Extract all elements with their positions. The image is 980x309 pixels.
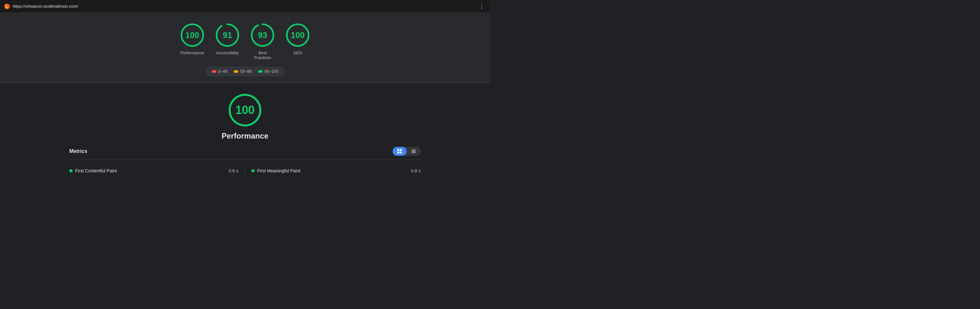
section-title: Performance — [222, 132, 269, 141]
score-circle-accessibility: 91 — [215, 22, 240, 48]
score-circle-best-practices: 93 — [250, 22, 275, 48]
legend-range-red: 0–49 — [218, 69, 228, 74]
score-value-performance: 100 — [185, 30, 199, 40]
metrics-col-left: First Contentful Paint 0.8 s — [69, 165, 245, 176]
score-item-performance: 100 Performance — [180, 22, 205, 55]
score-value-best-practices: 93 — [258, 30, 267, 40]
svg-rect-15 — [400, 152, 402, 154]
metrics-divider — [69, 160, 421, 160]
scores-row: 100 Performance 91 Accessibility — [180, 22, 310, 60]
score-item-accessibility: 91 Accessibility — [215, 22, 240, 55]
metrics-header: Metrics — [69, 147, 421, 156]
svg-rect-18 — [411, 152, 416, 153]
summary-section: 100 Performance 91 Accessibility — [0, 13, 490, 83]
legend-range-orange: 50–89 — [240, 69, 252, 74]
score-value-seo: 100 — [291, 30, 304, 40]
metric-left-fmp: First Meaningful Paint — [251, 168, 300, 173]
metric-item-fcp: First Contentful Paint 0.8 s — [69, 165, 238, 176]
menu-icon[interactable]: ⋮ — [477, 2, 486, 11]
svg-rect-17 — [411, 151, 416, 152]
svg-rect-14 — [398, 152, 399, 154]
metrics-grid: First Contentful Paint 0.8 s First Meani… — [69, 165, 421, 176]
legend-range-green: 90–100 — [264, 69, 278, 74]
legend-item-orange: 50–89 — [234, 69, 252, 74]
big-score-circle: 100 — [228, 93, 262, 128]
list-icon — [411, 149, 416, 154]
browser-icon: L — [4, 3, 10, 10]
metric-dot-fcp — [69, 169, 73, 173]
legend-dot-red — [212, 70, 216, 73]
score-label-accessibility: Accessibility — [216, 51, 239, 55]
score-label-seo: SEO — [293, 51, 302, 55]
svg-rect-13 — [400, 149, 402, 151]
toggle-grid-button[interactable] — [393, 147, 407, 156]
url-text: https://virtuacon.scottmathson.com/ — [13, 4, 78, 9]
detail-section: 100 Performance Metrics — [0, 83, 490, 183]
score-circle-performance: 100 — [180, 22, 205, 48]
score-item-best-practices: 93 BestPractices — [250, 22, 275, 60]
svg-text:L: L — [6, 5, 8, 9]
metric-left-fcp: First Contentful Paint — [69, 168, 117, 173]
score-label-best-practices: BestPractices — [254, 51, 271, 60]
legend-dot-orange — [234, 70, 238, 73]
score-label-performance: Performance — [180, 51, 204, 55]
legend-item-green: 90–100 — [258, 69, 278, 74]
metric-name-fcp: First Contentful Paint — [75, 168, 117, 173]
view-toggle — [393, 147, 421, 156]
metric-value-fmp: 0.8 s — [411, 168, 421, 173]
svg-rect-12 — [398, 149, 399, 151]
score-circle-seo: 100 — [285, 22, 310, 48]
metrics-col-right: First Meaningful Paint 0.8 s — [245, 165, 421, 176]
metric-dot-fmp — [251, 169, 255, 173]
legend-dot-green — [258, 70, 262, 73]
score-item-seo: 100 SEO — [285, 22, 310, 55]
metrics-title: Metrics — [69, 149, 87, 154]
legend-item-red: 0–49 — [212, 69, 228, 74]
top-bar-right: ⋮ — [477, 2, 486, 11]
metric-value-fcp: 0.8 s — [229, 168, 238, 173]
metric-name-fmp: First Meaningful Paint — [257, 168, 300, 173]
toggle-list-button[interactable] — [407, 147, 421, 156]
top-bar: L https://virtuacon.scottmathson.com/ ⋮ — [0, 0, 490, 13]
big-score-value: 100 — [235, 103, 255, 117]
metrics-section: Metrics — [69, 147, 421, 176]
legend: 0–49 50–89 90–100 — [205, 67, 285, 76]
grid-icon — [397, 149, 402, 154]
top-bar-left: L https://virtuacon.scottmathson.com/ — [4, 3, 78, 10]
score-value-accessibility: 91 — [223, 30, 232, 40]
metric-item-fmp: First Meaningful Paint 0.8 s — [251, 165, 421, 176]
svg-rect-16 — [411, 150, 416, 151]
